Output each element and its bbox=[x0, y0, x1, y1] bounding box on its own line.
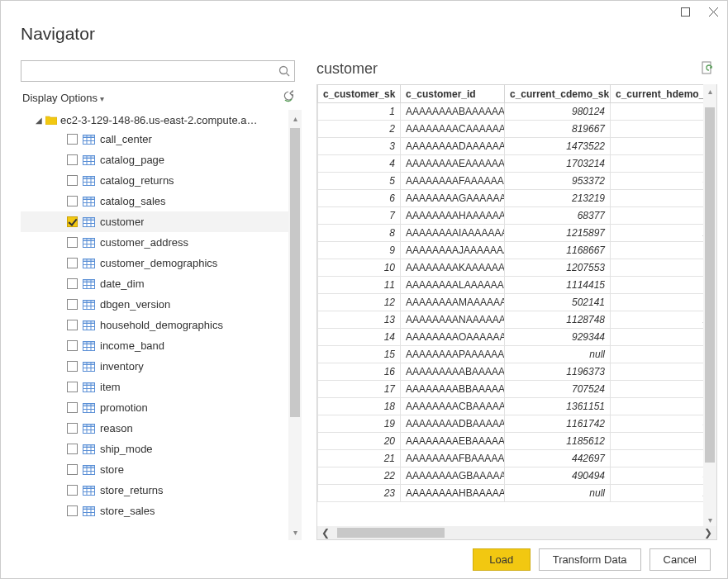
tree-item[interactable]: inventory bbox=[21, 356, 288, 377]
search-box[interactable] bbox=[21, 60, 295, 82]
column-header[interactable]: c_customer_sk bbox=[318, 85, 401, 103]
tree-item[interactable]: store_returns bbox=[21, 480, 288, 501]
tree-item-checkbox[interactable] bbox=[67, 505, 78, 516]
tree-item[interactable]: catalog_page bbox=[21, 149, 288, 170]
cell: 442697 bbox=[505, 450, 611, 467]
transform-data-button[interactable]: Transform Data bbox=[539, 548, 641, 571]
table-row[interactable]: 3AAAAAAAADAAAAAAA147352262 bbox=[318, 138, 718, 155]
column-header[interactable]: c_current_hdemo_sk bbox=[611, 85, 718, 103]
table-row[interactable]: 8AAAAAAAAIAAAAAAA121589724 bbox=[318, 225, 718, 242]
table-row[interactable]: 11AAAAAAAALAAAAAAA111441568 bbox=[318, 277, 718, 294]
svg-rect-112 bbox=[83, 486, 95, 488]
tree-item[interactable]: ship_mode bbox=[21, 439, 288, 459]
table-row[interactable]: 7AAAAAAAAHAAAAAAA6837732 bbox=[318, 207, 718, 225]
refresh-icon[interactable] bbox=[283, 90, 295, 105]
scroll-right-icon[interactable]: ❯ bbox=[700, 526, 716, 539]
table-row[interactable]: 21AAAAAAAAFBAAAAAA44269765 bbox=[318, 450, 718, 467]
tree-item[interactable]: store bbox=[21, 459, 288, 480]
tree-item-checkbox[interactable] bbox=[67, 485, 78, 496]
tree-item-checkbox[interactable] bbox=[67, 216, 78, 227]
table-tree[interactable]: ◢ ec2-3-129-148-86.us-east-2.compute.ama… bbox=[21, 110, 288, 540]
table-row[interactable]: 13AAAAAAAANAAAAAAA112874827 bbox=[318, 311, 718, 329]
tree-item[interactable]: store_sales bbox=[21, 501, 288, 521]
table-row[interactable]: 19AAAAAAAADBAAAAAA116174242 bbox=[318, 415, 718, 433]
window-maximize-button[interactable] bbox=[676, 4, 694, 19]
preview-refresh-icon[interactable] bbox=[701, 61, 714, 78]
tree-item-checkbox[interactable] bbox=[67, 237, 78, 248]
table-row[interactable]: 10AAAAAAAAKAAAAAAA120755351 bbox=[318, 259, 718, 277]
column-header[interactable]: c_current_cdemo_sk bbox=[505, 85, 611, 103]
table-row[interactable]: 23AAAAAAAAHBAAAAAAnull21 bbox=[318, 485, 718, 502]
tree-root-node[interactable]: ◢ ec2-3-129-148-86.us-east-2.compute.ama… bbox=[21, 112, 288, 129]
column-header[interactable]: c_customer_id bbox=[401, 85, 505, 103]
tree-item[interactable]: catalog_sales bbox=[21, 191, 288, 211]
scroll-down-icon[interactable]: ▾ bbox=[288, 525, 302, 539]
tree-item-checkbox[interactable] bbox=[67, 154, 78, 165]
tree-item-checkbox[interactable] bbox=[67, 278, 78, 289]
tree-item[interactable]: customer_address bbox=[21, 232, 288, 253]
scroll-up-icon[interactable]: ▴ bbox=[288, 112, 302, 125]
table-row[interactable]: 5AAAAAAAAFAAAAAAA95337244 bbox=[318, 173, 718, 190]
tree-item[interactable]: date_dim bbox=[21, 273, 288, 294]
tree-item-checkbox[interactable] bbox=[67, 340, 78, 351]
table-row[interactable]: 14AAAAAAAAOAAAAAAA9293448 bbox=[318, 329, 718, 346]
table-row[interactable]: 18AAAAAAAACBAAAAAA136115165 bbox=[318, 398, 718, 415]
tree-item-checkbox[interactable] bbox=[67, 382, 78, 392]
tree-item[interactable]: dbgen_version bbox=[21, 294, 288, 315]
tree-vertical-scrollbar[interactable]: ▴ ▾ bbox=[288, 110, 302, 540]
tree-item[interactable]: item bbox=[21, 377, 288, 397]
tree-item-checkbox[interactable] bbox=[67, 423, 78, 434]
table-row[interactable]: 1AAAAAAAABAAAAAAA98012471 bbox=[318, 103, 718, 121]
load-button[interactable]: Load bbox=[473, 548, 531, 571]
tree-item-checkbox[interactable] bbox=[67, 444, 78, 454]
tree-item-checkbox[interactable] bbox=[67, 299, 78, 310]
cell: 2 bbox=[318, 121, 401, 138]
scroll-down-icon[interactable]: ▾ bbox=[703, 513, 716, 526]
tree-item-checkbox[interactable] bbox=[67, 464, 78, 475]
cancel-button[interactable]: Cancel bbox=[649, 548, 711, 571]
scroll-thumb[interactable] bbox=[337, 528, 445, 538]
table-row[interactable]: 16AAAAAAAAABAAAAAA119637330 bbox=[318, 363, 718, 381]
tree-item-checkbox[interactable] bbox=[67, 196, 78, 206]
table-row[interactable]: 12AAAAAAAAMAAAAAAA50214165 bbox=[318, 294, 718, 311]
table-row[interactable]: 6AAAAAAAAGAAAAAAA21321963 bbox=[318, 190, 718, 207]
tree-item-checkbox[interactable] bbox=[67, 361, 78, 372]
tree-item[interactable]: reason bbox=[21, 418, 288, 439]
scroll-up-icon[interactable]: ▴ bbox=[703, 84, 716, 97]
tree-item[interactable]: income_band bbox=[21, 335, 288, 356]
table-row[interactable]: 9AAAAAAAAJAAAAAAA116866714 bbox=[318, 242, 718, 259]
search-icon[interactable] bbox=[274, 65, 294, 77]
table-row[interactable]: 22AAAAAAAAGBAAAAAA49049445 bbox=[318, 467, 718, 485]
tree-item-checkbox[interactable] bbox=[67, 320, 78, 330]
tree-item-label: store bbox=[100, 463, 124, 476]
grid-vertical-scrollbar[interactable]: ▴ ▾ bbox=[703, 84, 716, 526]
svg-rect-40 bbox=[83, 238, 95, 240]
scroll-left-icon[interactable]: ❮ bbox=[317, 526, 334, 539]
grid-horizontal-scrollbar[interactable]: ❮ ❯ bbox=[317, 526, 716, 539]
tree-item[interactable]: household_demographics bbox=[21, 315, 288, 335]
tree-item[interactable]: customer bbox=[21, 211, 288, 232]
tree-item-checkbox[interactable] bbox=[67, 134, 78, 145]
tree-item[interactable]: catalog_returns bbox=[21, 170, 288, 191]
tree-item[interactable]: call_center bbox=[21, 129, 288, 149]
search-input[interactable] bbox=[21, 64, 274, 79]
tree-item[interactable]: promotion bbox=[21, 397, 288, 418]
preview-grid[interactable]: c_customer_sk c_customer_id c_current_cd… bbox=[316, 84, 717, 540]
tree-item[interactable]: customer_demographics bbox=[21, 253, 288, 273]
tree-item-checkbox[interactable] bbox=[67, 402, 78, 413]
cell: 1168667 bbox=[505, 242, 611, 259]
scroll-thumb[interactable] bbox=[705, 107, 715, 463]
tree-item-label: customer_demographics bbox=[100, 257, 217, 269]
window-close-button[interactable] bbox=[704, 4, 722, 19]
tree-item-checkbox[interactable] bbox=[67, 175, 78, 186]
tree-item-checkbox[interactable] bbox=[67, 258, 78, 268]
table-row[interactable]: 2AAAAAAAACAAAAAAA81966714 bbox=[318, 121, 718, 138]
table-row[interactable]: 17AAAAAAAABBAAAAAA70752438 bbox=[318, 381, 718, 398]
table-row[interactable]: 4AAAAAAAAEAAAAAAA170321439 bbox=[318, 155, 718, 173]
scroll-thumb[interactable] bbox=[290, 128, 300, 417]
caret-down-icon[interactable]: ◢ bbox=[36, 116, 42, 125]
table-row[interactable]: 15AAAAAAAAPAAAAAAAnull1 bbox=[318, 346, 718, 363]
display-options-dropdown[interactable]: Display Options bbox=[22, 92, 104, 104]
svg-rect-118 bbox=[83, 506, 95, 509]
table-row[interactable]: 20AAAAAAAAEBAAAAAA1185612 bbox=[318, 433, 718, 450]
